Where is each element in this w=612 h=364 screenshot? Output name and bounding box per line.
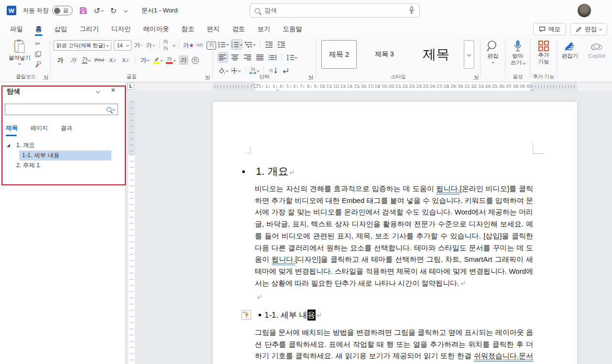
style-gallery-more-button[interactable]	[464, 40, 474, 69]
redo-button[interactable]: ↻	[110, 6, 116, 15]
style-card-제목 3[interactable]: 제목 3	[360, 40, 409, 69]
tab-검토[interactable]: 검토	[226, 21, 251, 37]
subscript-button[interactable]: X2	[108, 55, 117, 65]
text-run: [온라인 비디오]를 클릭하면 추가할 비디오에 대한 Embed 태그를 붙여…	[255, 184, 533, 263]
multilevel-list-button[interactable]	[245, 40, 255, 49]
tree-expander-icon[interactable]	[7, 144, 10, 147]
tab-홈[interactable]: 홈	[29, 21, 48, 37]
cut-button[interactable]: ✂	[35, 40, 41, 47]
tab-참조[interactable]: 참조	[175, 21, 201, 37]
style-card-제목[interactable]: 제목	[411, 40, 461, 69]
navigation-pane-close-icon[interactable]: ×	[111, 86, 115, 95]
editing-mode-button[interactable]: 편집	[570, 23, 607, 35]
align-right-button[interactable]	[243, 53, 252, 62]
character-shading-button[interactable]: 가	[179, 55, 188, 65]
strikethrough-button[interactable]: 가나	[94, 55, 104, 65]
navigation-search-icon[interactable]	[107, 107, 111, 112]
navigation-search-input[interactable]	[5, 104, 107, 115]
document-heading-2[interactable]: 1-1. 세부 내용	[241, 309, 321, 321]
ruler-tick	[504, 86, 504, 88]
tab-stop-selector[interactable]: L	[127, 83, 134, 90]
align-left-button[interactable]	[218, 53, 228, 62]
decrease-indent-button[interactable]	[264, 40, 274, 49]
text-highlight-button[interactable]	[153, 55, 163, 65]
addins-button[interactable]: 추가 기능	[534, 40, 554, 65]
nav-tree-item[interactable]: 2. 주제 1	[0, 161, 126, 171]
font-color-button[interactable]: 가	[166, 55, 175, 65]
nav-tree-item[interactable]: 1-1. 세부 내용	[0, 150, 126, 161]
tab-레이아웃[interactable]: 레이아웃	[137, 21, 175, 37]
grow-font-button[interactable]: 가^	[134, 41, 143, 50]
tab-보기[interactable]: 보기	[251, 21, 277, 37]
nav-tab-결과[interactable]: 결과	[61, 124, 73, 136]
vertical-ruler[interactable]	[128, 91, 135, 364]
editing-button[interactable]: 편집	[484, 40, 502, 63]
quick-access-more-icon[interactable]	[124, 9, 128, 12]
dictate-button[interactable]: 받아 쓰기	[508, 40, 528, 66]
align-center-button[interactable]	[230, 53, 240, 62]
superscript-button[interactable]: X2	[120, 55, 130, 65]
copy-button[interactable]	[35, 51, 41, 57]
ruler-number: 2	[266, 85, 268, 89]
ruler-tick	[311, 86, 311, 88]
autocorrect-options-icon[interactable]	[241, 310, 251, 320]
copilot-button[interactable]: Copilot	[584, 41, 609, 59]
shrink-font-button[interactable]: 가˅	[146, 41, 155, 50]
tab-삽입[interactable]: 삽입	[48, 21, 74, 37]
italic-button[interactable]: 가	[68, 55, 79, 65]
phonetic-guide-button[interactable]: 내천	[195, 41, 204, 50]
document-heading-1[interactable]: 1. 개요	[242, 164, 294, 179]
addins-icon	[538, 40, 549, 52]
line-spacing-button[interactable]	[286, 53, 297, 62]
numbering-button[interactable]: 123	[231, 40, 242, 49]
style-card-제목 2[interactable]: 제목 2	[321, 40, 357, 69]
search-box[interactable]: 검색	[250, 3, 420, 18]
styles-dialog-launcher[interactable]	[474, 75, 478, 79]
titlebar-actions: 메모 편집	[533, 23, 607, 35]
tab-디자인[interactable]: 디자인	[105, 21, 137, 37]
save-button[interactable]	[79, 7, 87, 14]
navigation-search[interactable]	[5, 104, 118, 115]
avatar[interactable]	[578, 4, 591, 17]
comments-button[interactable]: 메모	[533, 23, 566, 35]
bold-button[interactable]: 가	[55, 55, 65, 65]
font-family-select[interactable]: 맑은 고딕(제목 한글)	[54, 40, 111, 51]
comment-icon	[539, 26, 546, 32]
font-dialog-launcher[interactable]	[205, 75, 209, 79]
voice-search-icon[interactable]	[409, 6, 415, 15]
first-line-indent-marker[interactable]	[253, 82, 259, 90]
navigation-pane-chevron-icon[interactable]	[96, 89, 100, 93]
text-effects-button[interactable]: 가	[140, 55, 150, 65]
document-page[interactable]: 1. 개요 비디오는 자신의 견해를 효과적으로 입증하는 데 도움이 됩니다.…	[213, 102, 577, 364]
bullets-button[interactable]	[218, 40, 229, 49]
paste-button[interactable]: 붙여넣기	[9, 39, 31, 64]
clear-formatting-button[interactable]: 가	[183, 41, 192, 50]
nav-tab-제목[interactable]: 제목	[6, 124, 18, 136]
tab-편지[interactable]: 편지	[201, 21, 226, 37]
document-paragraph-1[interactable]: 비디오는 자신의 견해를 효과적으로 입증하는 데 도움이 됩니다.[온라인 비…	[255, 183, 533, 289]
font-family-value: 맑은 고딕(제목 한글)	[56, 42, 105, 49]
clipboard-dialog-launcher[interactable]	[44, 75, 48, 79]
document-paragraph-2[interactable]: 그림을 문서에 배치되는 방법을 변경하려면 그림을 클릭하고 옆에 표시되는 …	[255, 327, 533, 364]
autosave-toggle[interactable]: 끔	[52, 6, 73, 15]
editor-button[interactable]: 편집기	[558, 41, 581, 59]
underline-button[interactable]: 간	[81, 55, 91, 65]
enclose-characters-button[interactable]: 인	[192, 57, 199, 64]
paragraph-dialog-launcher[interactable]	[308, 75, 313, 79]
tab-파일[interactable]: 파일	[4, 21, 29, 37]
tab-그리기[interactable]: 그리기	[74, 21, 106, 37]
nav-tab-페이지[interactable]: 페이지	[30, 124, 48, 136]
format-painter-button[interactable]	[34, 61, 41, 67]
nav-tree-item[interactable]: 1. 개요	[0, 140, 126, 150]
undo-button[interactable]: ↺	[94, 6, 103, 15]
justify-button[interactable]	[255, 53, 265, 62]
increase-indent-button[interactable]	[277, 40, 286, 49]
navigation-search-chevron-icon[interactable]	[112, 108, 115, 111]
font-size-select[interactable]: 14	[114, 40, 131, 51]
horizontal-ruler[interactable]: 1234567891011121314151617181920212223242…	[213, 82, 577, 91]
group-separator	[316, 40, 316, 78]
tab-도움말[interactable]: 도움말	[277, 21, 309, 37]
ruler-tick	[297, 86, 297, 88]
distribute-text-button[interactable]	[268, 53, 277, 62]
change-case-button[interactable]: 가가	[163, 41, 175, 50]
